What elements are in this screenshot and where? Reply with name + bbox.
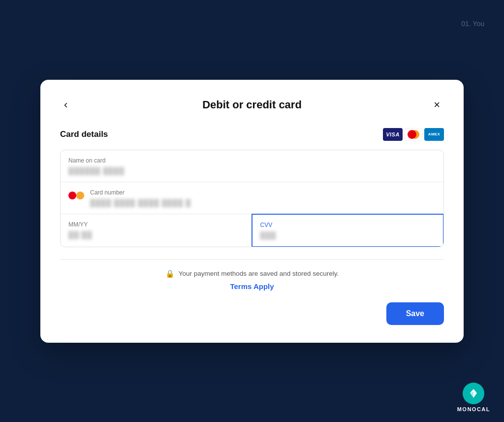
modal-title: Debit or credit card <box>202 98 302 111</box>
card-number-field[interactable]: Card number ████ ████ ████ ████ █ <box>61 182 443 214</box>
mc-sm-red <box>68 192 76 199</box>
mc-sm-orange <box>76 192 84 199</box>
card-details-title: Card details <box>60 130 108 139</box>
cvv-field[interactable]: CVV ███ <box>252 214 444 247</box>
card-number-value: ████ ████ ████ ████ █ <box>90 199 191 207</box>
name-field-row: Name on card ██████ ████ <box>61 150 443 182</box>
section-divider <box>60 259 444 260</box>
terms-link[interactable]: Terms Apply <box>60 282 444 291</box>
save-button[interactable]: Save <box>386 302 444 325</box>
section-header: Card details VISA AMEX <box>60 128 444 141</box>
back-button[interactable]: ‹ <box>60 97 71 112</box>
name-field[interactable]: Name on card ██████ ████ <box>61 150 443 182</box>
card-number-field-row: Card number ████ ████ ████ ████ █ <box>61 182 443 214</box>
monocal-name: MONOCAL <box>457 406 490 412</box>
monocal-logo <box>463 383 484 404</box>
cvv-value: ███ <box>260 231 436 239</box>
card-logos-group: VISA AMEX <box>383 128 444 141</box>
expiry-cvv-row: MM/YY ██/██ CVV ███ <box>61 214 443 247</box>
modal-backdrop: ‹ Debit or credit card × Card details VI… <box>0 0 504 422</box>
expiry-label: MM/YY <box>68 221 244 228</box>
name-label: Name on card <box>68 157 436 164</box>
security-text: Your payment methods are saved and store… <box>179 270 339 277</box>
monocal-branding: MONOCAL <box>457 383 490 412</box>
modal-header: ‹ Debit or credit card × <box>60 97 444 112</box>
mastercard-logo <box>405 128 422 141</box>
name-value: ██████ ████ <box>68 167 436 175</box>
card-number-text-group: Card number ████ ████ ████ ████ █ <box>90 189 191 207</box>
card-number-label: Card number <box>90 189 191 196</box>
expiry-field[interactable]: MM/YY ██/██ <box>61 214 252 247</box>
visa-logo: VISA <box>383 128 403 141</box>
page-background: 01. You ‹ Debit or credit card × Card de… <box>0 0 504 422</box>
cvv-label: CVV <box>260 222 436 228</box>
card-type-icon <box>68 190 84 201</box>
modal-footer: Save <box>60 302 444 325</box>
mc-circle-orange <box>410 130 419 139</box>
modal-container: ‹ Debit or credit card × Card details VI… <box>40 80 464 343</box>
amex-logo: AMEX <box>424 128 444 141</box>
close-button[interactable]: × <box>430 97 444 112</box>
security-note: 🔒 Your payment methods are saved and sto… <box>60 269 444 278</box>
monocal-logo-svg <box>467 387 480 400</box>
lock-icon: 🔒 <box>165 269 175 278</box>
form-fields: Name on card ██████ ████ Card number ███… <box>60 150 444 247</box>
expiry-value: ██/██ <box>68 231 244 239</box>
